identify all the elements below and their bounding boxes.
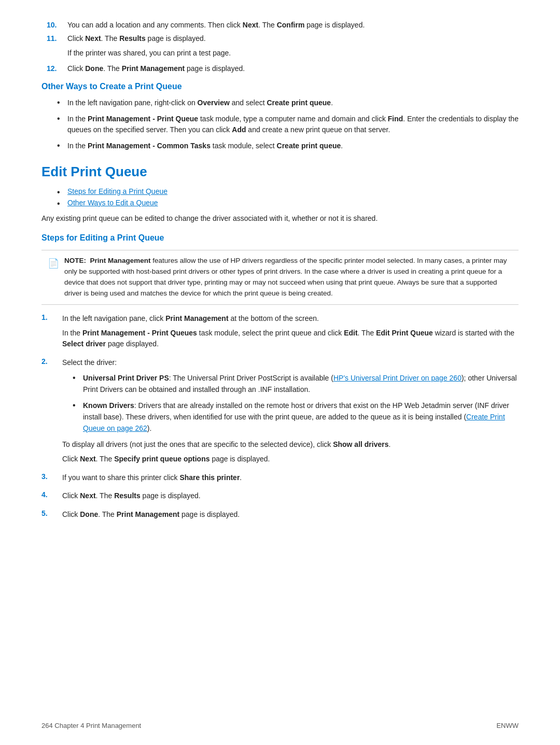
- edit-step-1-text: In the left navigation pane, click Print…: [62, 313, 519, 325]
- upd-link[interactable]: HP's Universal Print Driver on page 260: [333, 374, 461, 382]
- footer-left: 264 Chapter 4 Print Management: [41, 722, 141, 729]
- footer-right: ENWW: [496, 722, 519, 729]
- step-10-text: You can add a location and any comments.…: [67, 21, 365, 29]
- page-content: 10. You can add a location and any comme…: [0, 0, 560, 569]
- edit-step-5: 5. Click Done. The Print Management page…: [41, 509, 519, 521]
- other-ways-create-heading: Other Ways to Create a Print Queue: [41, 82, 519, 91]
- other-ways-create-item-1: In the left navigation pane, right-click…: [57, 97, 519, 108]
- other-ways-create-item-2: In the Print Management - Print Queue ta…: [57, 114, 519, 135]
- edit-step-3: 3. If you want to share this printer cli…: [41, 472, 519, 484]
- create-pq-link[interactable]: Create Print Queue on page 262: [83, 413, 505, 432]
- edit-step-2-after-1: To display all drivers (not just the one…: [62, 439, 519, 451]
- top-steps-list: 10. You can add a location and any comme…: [41, 21, 519, 43]
- edit-step-4-num: 4.: [41, 490, 62, 502]
- edit-print-queue-heading: Edit Print Queue: [41, 164, 519, 180]
- toc-item-steps[interactable]: Steps for Editing a Print Queue: [57, 187, 519, 195]
- step-11-text: Click Next. The Results page is displaye…: [67, 34, 206, 43]
- edit-step-2-bullet-1: Universal Print Driver PS: The Universal…: [73, 373, 519, 395]
- step-11-subtext: If the printer was shared, you can print…: [67, 48, 519, 59]
- step-11: 11. Click Next. The Results page is disp…: [41, 34, 519, 43]
- edit-step-3-num: 3.: [41, 472, 62, 484]
- other-ways-create-list: In the left navigation pane, right-click…: [57, 97, 519, 151]
- edit-step-2-after-2: Click Next. The Specify print queue opti…: [62, 454, 519, 465]
- note-icon: 📄: [48, 257, 59, 271]
- toc-link-other-ways[interactable]: Other Ways to Edit a Queue: [67, 199, 158, 207]
- note-content: NOTE: Print Management features allow th…: [64, 256, 512, 299]
- page-footer: 264 Chapter 4 Print Management ENWW: [0, 722, 560, 729]
- edit-step-2-text: Select the driver:: [62, 357, 519, 369]
- step-11-num: 11.: [47, 34, 67, 43]
- edit-step-2-bullet-2: Known Drivers: Drivers that are already …: [73, 400, 519, 434]
- step-10: 10. You can add a location and any comme…: [41, 21, 519, 29]
- other-ways-create-item-3: In the Print Management - Common Tasks t…: [57, 140, 519, 151]
- edit-step-3-text: If you want to share this printer click …: [62, 472, 519, 484]
- toc-link-steps[interactable]: Steps for Editing a Print Queue: [67, 187, 167, 195]
- step-12: 12. Click Done. The Print Management pag…: [41, 64, 519, 73]
- edit-step-1: 1. In the left navigation pane, click Pr…: [41, 313, 519, 350]
- note-box: 📄 NOTE: Print Management features allow …: [41, 250, 519, 305]
- steps-for-editing-heading: Steps for Editing a Print Queue: [41, 233, 519, 243]
- toc-item-other-ways[interactable]: Other Ways to Edit a Queue: [57, 199, 519, 207]
- edit-queue-toc: Steps for Editing a Print Queue Other Wa…: [57, 187, 519, 207]
- edit-step-2: 2. Select the driver: Universal Print Dr…: [41, 357, 519, 465]
- edit-step-2-num: 2.: [41, 357, 62, 369]
- edit-step-1-num: 1.: [41, 313, 62, 325]
- edit-queue-intro: Any existing print queue can be edited t…: [41, 213, 519, 224]
- edit-step-2-bullets: Universal Print Driver PS: The Universal…: [73, 373, 519, 434]
- edit-step-5-text: Click Done. The Print Management page is…: [62, 509, 519, 521]
- step-10-num: 10.: [47, 21, 67, 29]
- edit-step-5-num: 5.: [41, 509, 62, 521]
- edit-step-4: 4. Click Next. The Results page is displ…: [41, 490, 519, 502]
- edit-step-1-sub: In the Print Management - Print Queues t…: [62, 328, 519, 350]
- step-12-num: 12.: [47, 64, 67, 73]
- step-12-text: Click Done. The Print Management page is…: [67, 64, 245, 73]
- top-steps-list-12: 12. Click Done. The Print Management pag…: [41, 64, 519, 73]
- edit-step-4-text: Click Next. The Results page is displaye…: [62, 490, 519, 502]
